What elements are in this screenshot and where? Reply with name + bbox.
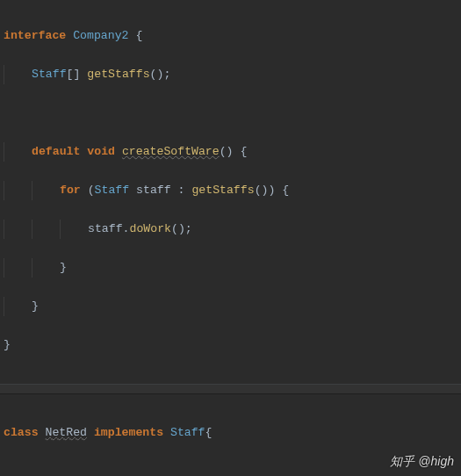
watermark: 知乎 @high [372,451,454,471]
code-editor[interactable]: interface Company2 { Staff[] getStaffs()… [0,0,461,381]
code-line: class NetRed implements Staff{ [4,423,457,443]
code-line: } [4,297,457,316]
code-line: Staff[] getStaffs(); [4,65,457,84]
code-line: } [4,258,457,278]
code-line [4,104,457,123]
code-line: } [4,335,457,355]
watermark-handle: @high [418,451,454,471]
zhihu-icon [372,451,386,471]
code-line: staff.doWork(); [4,220,457,239]
watermark-prefix: 知乎 [390,451,414,471]
code-line: for (Staff staff : getStaffs()) { [4,181,457,200]
code-line: interface Company2 { [4,26,457,46]
code-line: default void createSoftWare() { [4,142,457,162]
section-divider [0,384,461,394]
